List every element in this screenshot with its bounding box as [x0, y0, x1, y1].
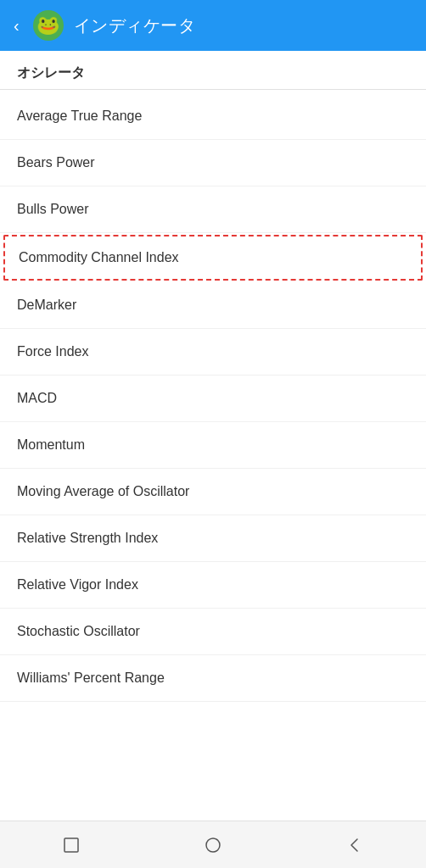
list-item-williams-percent-range[interactable]: Williams' Percent Range [0, 655, 426, 702]
nav-square-button[interactable] [54, 828, 88, 862]
circle-icon [203, 835, 223, 855]
list-item-relative-vigor-index[interactable]: Relative Vigor Index [0, 562, 426, 609]
list-item-bears-power[interactable]: Bears Power [0, 140, 426, 186]
nav-back-button[interactable] [338, 828, 372, 862]
page-title: インディケータ [74, 14, 196, 37]
list-item-momentum[interactable]: Momentum [0, 422, 426, 469]
content-area: オシレータ Average True RangeBears PowerBulls… [0, 51, 426, 821]
bottom-navigation [0, 821, 426, 868]
svg-rect-0 [64, 838, 78, 852]
list-item-relative-strength-index[interactable]: Relative Strength Index [0, 515, 426, 562]
section-header-oscillator: オシレータ [0, 51, 426, 90]
list-item-stochastic-oscillator[interactable]: Stochastic Oscillator [0, 609, 426, 655]
avatar-emoji: 🐸 [36, 14, 59, 36]
app-header: ‹ 🐸 インディケータ [0, 0, 426, 51]
indicator-list: Average True RangeBears PowerBulls Power… [0, 93, 426, 702]
list-item-macd[interactable]: MACD [0, 376, 426, 422]
list-item-bulls-power[interactable]: Bulls Power [0, 186, 426, 233]
list-item-moving-average-of-oscillator[interactable]: Moving Average of Oscillator [0, 469, 426, 515]
avatar: 🐸 [33, 10, 64, 41]
svg-point-1 [206, 838, 220, 852]
back-triangle-icon [345, 835, 365, 855]
list-item-demarker[interactable]: DeMarker [0, 282, 426, 329]
square-icon [61, 835, 81, 855]
list-item-force-index[interactable]: Force Index [0, 329, 426, 376]
list-item-average-true-range[interactable]: Average True Range [0, 93, 426, 140]
back-button[interactable]: ‹ [10, 13, 23, 39]
nav-circle-button[interactable] [196, 828, 230, 862]
list-item-commodity-channel-index[interactable]: Commodity Channel Index [3, 235, 423, 281]
